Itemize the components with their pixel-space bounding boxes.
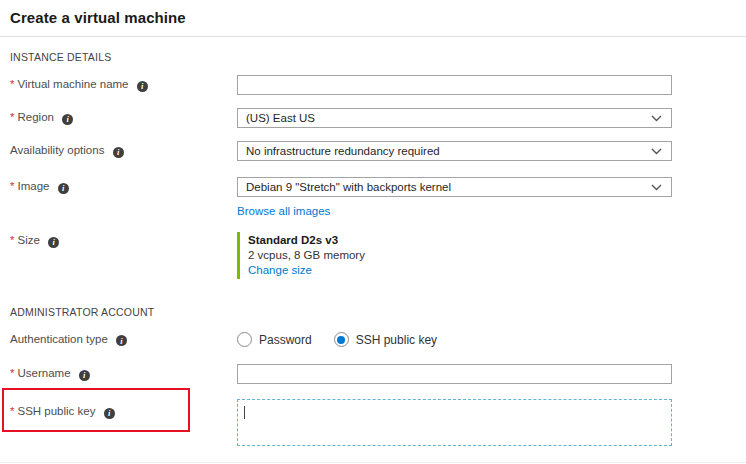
header-divider [0,36,746,37]
annotation-highlight-box: *SSH public key i [2,388,190,432]
form-row-auth-type: Authentication type i Password SSH publi… [10,332,746,347]
info-icon[interactable]: i [137,81,148,92]
form-row-image: *Image i Debian 9 "Stretch" with backpor… [10,177,746,197]
info-icon[interactable]: i [113,147,124,158]
radio-option-ssh-public-key[interactable]: SSH public key [334,332,437,347]
username-input[interactable] [237,364,672,384]
region-select[interactable]: (US) East US [237,108,672,128]
ssh-key-textarea[interactable] [237,399,672,446]
create-vm-page: Create a virtual machine INSTANCE DETAIL… [0,0,746,464]
auth-type-label-text: Authentication type [10,333,108,345]
vm-name-label: *Virtual machine name i [10,78,237,92]
form-row-vm-name: *Virtual machine name i [10,75,746,95]
info-icon[interactable]: i [104,408,115,419]
form-row-size: *Size i Standard D2s v3 2 vcpus, 8 GB me… [10,232,746,279]
region-select-value: (US) East US [246,112,315,124]
page-title: Create a virtual machine [0,0,746,26]
required-marker: * [10,367,14,379]
size-label: *Size i [10,234,237,248]
size-label-text: Size [17,234,39,246]
chevron-down-icon [651,148,662,155]
availability-select-value: No infrastructure redundancy required [246,145,440,157]
chevron-down-icon [651,184,662,191]
vm-name-label-text: Virtual machine name [17,78,128,90]
image-label-text: Image [17,180,49,192]
availability-label: Availability options i [10,144,237,158]
availability-label-text: Availability options [10,144,104,156]
required-marker: * [10,405,14,417]
browse-all-images-link[interactable]: Browse all images [237,205,330,217]
form-row-availability: Availability options i No infrastructure… [10,141,746,161]
form-row-username: *Username i [10,364,746,384]
bottom-divider [0,462,746,463]
radio-selected-icon [334,332,349,347]
radio-unselected-icon [237,332,252,347]
ssh-key-label-text: SSH public key [17,405,95,417]
username-label-text: Username [17,367,70,379]
info-icon[interactable]: i [62,114,73,125]
info-icon[interactable]: i [58,183,69,194]
availability-select[interactable]: No infrastructure redundancy required [237,141,672,161]
image-select-value: Debian 9 "Stretch" with backports kernel [246,181,451,193]
section-header-instance-details: INSTANCE DETAILS [10,51,746,63]
vm-name-input[interactable] [237,75,672,95]
image-label: *Image i [10,180,237,194]
size-name: Standard D2s v3 [248,233,672,248]
username-label: *Username i [10,367,237,381]
required-marker: * [10,111,14,123]
radio-option-password[interactable]: Password [237,332,312,347]
radio-password-label: Password [259,333,312,347]
size-summary: Standard D2s v3 2 vcpus, 8 GB memory Cha… [237,232,672,279]
region-label: *Region i [10,111,237,125]
info-icon[interactable]: i [79,370,90,381]
form-row-ssh-public-key: *SSH public key i [10,399,746,446]
form-row-region: *Region i (US) East US [10,108,746,128]
info-icon[interactable]: i [48,237,59,248]
info-icon[interactable]: i [116,335,127,346]
radio-ssh-label: SSH public key [356,333,437,347]
required-marker: * [10,180,14,192]
change-size-link[interactable]: Change size [248,263,312,278]
text-cursor [244,406,245,419]
required-marker: * [10,78,14,90]
required-marker: * [10,234,14,246]
region-label-text: Region [17,111,53,123]
auth-type-label: Authentication type i [10,333,237,347]
section-header-administrator-account: ADMINISTRATOR ACCOUNT [10,306,746,318]
chevron-down-icon [651,115,662,122]
image-select[interactable]: Debian 9 "Stretch" with backports kernel [237,177,672,197]
auth-type-radio-group: Password SSH public key [237,332,672,347]
ssh-key-label: *SSH public key i [10,405,115,417]
size-specs: 2 vcpus, 8 GB memory [248,248,672,263]
